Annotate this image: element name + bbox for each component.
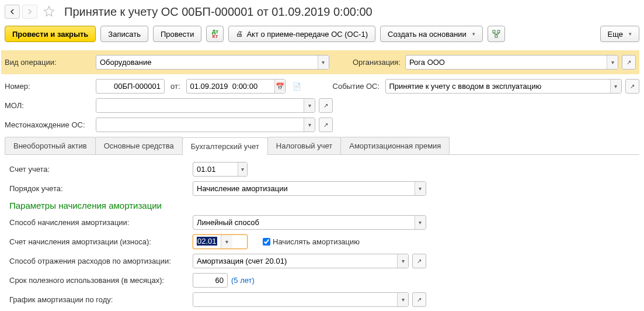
loc-label: Местонахождение ОС: <box>5 120 92 129</box>
nav-forward-button[interactable] <box>22 5 37 19</box>
dropdown-icon[interactable]: ▾ <box>415 182 426 195</box>
account-label: Счет учета: <box>9 165 189 174</box>
tab-tax[interactable]: Налоговый учет <box>267 137 341 154</box>
dtkt-icon: ДтКт <box>212 29 218 39</box>
dropdown-icon[interactable]: ▾ <box>610 80 621 93</box>
tabs: Внеоборотный актив Основные средства Бух… <box>5 137 639 155</box>
write-button[interactable]: Записать <box>100 26 148 42</box>
expense-label: Способ отражения расходов по амортизации… <box>9 257 189 265</box>
dropdown-icon[interactable]: ▾ <box>415 216 426 229</box>
method-label: Способ начисления амортизации: <box>9 218 189 227</box>
account-input[interactable]: ▾ <box>193 162 248 177</box>
open-icon[interactable]: ↗ <box>412 254 426 268</box>
calc-dep-checkbox[interactable]: Начислять амортизацию <box>263 237 360 246</box>
svg-rect-1 <box>497 30 500 33</box>
mol-input[interactable]: ▾ <box>96 98 315 113</box>
dep-account-input[interactable]: 02.01 ▾ <box>193 234 248 249</box>
number-input[interactable] <box>96 79 165 94</box>
checkbox-icon[interactable] <box>263 238 270 246</box>
org-label: Организация: <box>353 58 402 67</box>
calendar-icon[interactable]: 📅 <box>274 80 285 93</box>
dropdown-icon[interactable]: ▾ <box>397 254 408 268</box>
order-input[interactable]: ▾ <box>193 181 426 196</box>
open-icon[interactable]: ↗ <box>622 55 636 70</box>
loc-input[interactable]: ▾ <box>96 118 315 132</box>
schedule-input[interactable]: ▾ <box>193 292 409 307</box>
order-label: Порядок учета: <box>9 184 189 193</box>
date-input[interactable]: 📅 <box>186 79 286 94</box>
svg-rect-2 <box>495 35 497 37</box>
link-structure-button[interactable] <box>488 26 505 42</box>
post-button[interactable]: Провести <box>153 26 202 42</box>
mol-label: МОЛ: <box>5 101 92 110</box>
printer-icon: 🖨 <box>236 30 243 38</box>
post-and-close-button[interactable]: Провести и закрыть <box>5 26 96 42</box>
tab-dep-bonus[interactable]: Амортизационная премия <box>340 137 450 154</box>
life-hint-link[interactable]: (5 лет) <box>231 276 255 285</box>
section-title: Параметры начисления амортизации <box>9 201 635 210</box>
create-based-button[interactable]: Создать на основании <box>380 26 483 42</box>
dropdown-icon[interactable]: ▾ <box>221 235 232 248</box>
tab-fixed-assets[interactable]: Основные средства <box>95 137 183 154</box>
from-label: от: <box>170 82 180 91</box>
dep-account-label: Счет начисления амортизации (износа): <box>9 237 189 246</box>
favorite-star-icon[interactable] <box>43 5 55 19</box>
dropdown-icon[interactable]: ▾ <box>304 118 315 132</box>
tab-nonrec-asset[interactable]: Внеоборотный актив <box>5 137 96 154</box>
page-title: Принятие к учету ОС 00БП-000001 от 01.09… <box>64 5 373 19</box>
svg-rect-0 <box>493 30 495 33</box>
dropdown-icon[interactable]: ▾ <box>397 293 408 306</box>
dropdown-icon[interactable]: ▾ <box>238 163 247 176</box>
dropdown-icon[interactable]: ▾ <box>318 56 329 69</box>
open-icon[interactable]: ↗ <box>319 118 333 132</box>
more-button[interactable]: Еще <box>600 26 639 42</box>
op-type-input[interactable]: ▾ <box>96 55 329 70</box>
schedule-label: График амортизации по году: <box>9 295 189 304</box>
method-input[interactable]: ▾ <box>193 215 426 230</box>
command-bar: Провести и закрыть Записать Провести ДтК… <box>5 25 639 43</box>
dtkt-button[interactable]: ДтКт <box>206 26 224 42</box>
dropdown-icon[interactable]: ▾ <box>304 99 315 112</box>
tab-accounting[interactable]: Бухгалтерский учет <box>182 137 268 155</box>
print-act-button[interactable]: 🖨 Акт о приеме-передаче ОС (ОС-1) <box>228 26 375 42</box>
open-icon[interactable]: ↗ <box>319 98 333 113</box>
event-input[interactable]: ▾ <box>385 79 622 94</box>
number-label: Номер: <box>5 82 92 91</box>
new-doc-icon[interactable]: 📄 <box>293 82 301 91</box>
op-type-label: Вид операции: <box>5 58 92 67</box>
org-input[interactable]: ▾ <box>405 55 618 70</box>
structure-icon <box>492 30 500 38</box>
expense-input[interactable]: ▾ <box>193 254 409 268</box>
dropdown-icon[interactable]: ▾ <box>607 56 618 69</box>
life-label: Срок полезного использования (в месяцах)… <box>9 276 189 285</box>
event-label: Событие ОС: <box>333 82 382 91</box>
life-input[interactable] <box>193 273 228 288</box>
nav-back-button[interactable] <box>5 5 20 19</box>
open-icon[interactable]: ↗ <box>625 79 639 94</box>
open-icon[interactable]: ↗ <box>412 292 426 307</box>
print-act-label: Акт о приеме-передаче ОС (ОС-1) <box>246 30 368 39</box>
